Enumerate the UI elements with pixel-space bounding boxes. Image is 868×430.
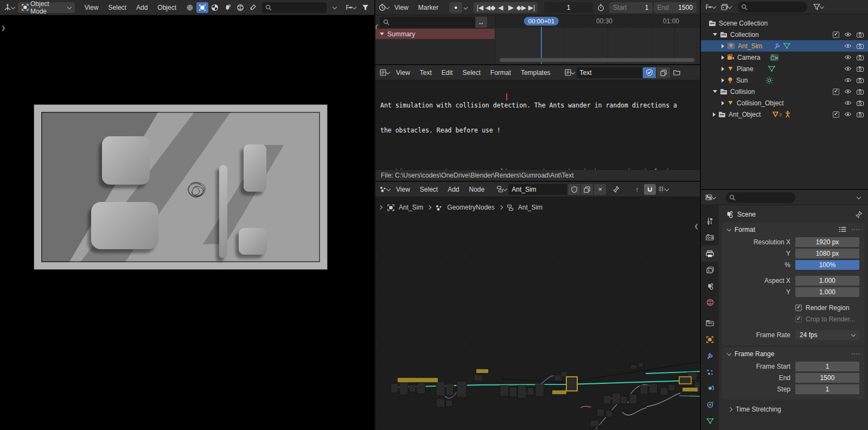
- filter-invert-button[interactable]: ↔: [475, 17, 487, 28]
- region-expand-arrow[interactable]: ❯: [1, 25, 5, 31]
- expander-icon[interactable]: [713, 112, 716, 117]
- breadcrumb-object[interactable]: Ant_Sim: [399, 204, 423, 211]
- crop-to-render-checkbox[interactable]: [795, 316, 802, 322]
- fake-user-shield-button[interactable]: [643, 67, 656, 78]
- outliner-row-sun[interactable]: Sun: [701, 74, 868, 86]
- eye-icon[interactable]: [844, 100, 852, 105]
- tab-view-layer[interactable]: [701, 262, 719, 278]
- panel-grip-icon[interactable]: [852, 353, 859, 355]
- timeline-hscrollbar[interactable]: [500, 58, 694, 62]
- collection-checkbox[interactable]: [833, 111, 839, 118]
- node-graph[interactable]: [375, 270, 701, 430]
- menu-view[interactable]: View: [392, 186, 414, 193]
- channel-search-input[interactable]: [380, 17, 475, 28]
- nodetree-unlink-button[interactable]: ×: [594, 184, 606, 195]
- outliner-row-camera[interactable]: Camera: [701, 52, 868, 63]
- outliner-row-ant-sim[interactable]: Ant_Sim: [701, 40, 868, 52]
- tab-constraints[interactable]: [701, 396, 719, 413]
- breadcrumb-modifier[interactable]: GeometryNodes: [447, 204, 494, 211]
- viewport-search-input[interactable]: [262, 2, 327, 13]
- camera-icon[interactable]: [857, 66, 864, 72]
- expander-icon[interactable]: [722, 101, 724, 105]
- shading-material-button[interactable]: [209, 2, 221, 13]
- expander-icon[interactable]: [722, 78, 724, 83]
- mode-selector[interactable]: Object Mode: [18, 2, 74, 13]
- eye-icon[interactable]: [844, 32, 852, 37]
- eye-icon[interactable]: [844, 89, 852, 94]
- tab-physics[interactable]: [701, 380, 719, 396]
- nodetree-browse-button[interactable]: [495, 184, 507, 195]
- outliner-row-plane[interactable]: Plane: [701, 63, 868, 74]
- shading-rendered-button[interactable]: [222, 2, 233, 13]
- frame-end-field[interactable]: End 1500: [654, 2, 697, 13]
- frame-start-field[interactable]: Start 1: [609, 2, 652, 13]
- selected-node[interactable]: [566, 377, 577, 391]
- pin-id-button[interactable]: [856, 211, 863, 218]
- expander-icon[interactable]: [722, 55, 724, 60]
- eye-icon[interactable]: [844, 55, 852, 60]
- camera-icon[interactable]: [857, 55, 864, 60]
- resolution-y-field[interactable]: 1080 px: [795, 249, 859, 258]
- outliner-row-collision-object[interactable]: Collision_Object: [701, 97, 868, 109]
- open-text-folder-button[interactable]: [671, 67, 683, 78]
- view-object-types-button[interactable]: [342, 2, 358, 13]
- outliner-row-scene-collection[interactable]: Scene Collection: [701, 17, 868, 29]
- expander-icon[interactable]: [713, 33, 717, 36]
- next-keyframe-button[interactable]: ◆▶: [516, 2, 526, 13]
- frame-start-field[interactable]: 1: [795, 362, 859, 371]
- tab-output[interactable]: [701, 245, 719, 262]
- tab-world[interactable]: [701, 294, 719, 311]
- text-datablock-browse-button[interactable]: [564, 67, 576, 78]
- pin-button[interactable]: [610, 184, 622, 195]
- outliner-filter-button[interactable]: [809, 2, 827, 12]
- menu-select[interactable]: Select: [458, 69, 485, 77]
- resolution-x-field[interactable]: 1920 px: [795, 237, 859, 247]
- format-panel-header[interactable]: Format: [722, 223, 865, 236]
- properties-search-input[interactable]: [726, 192, 795, 203]
- snap-settings-button[interactable]: [657, 184, 669, 195]
- parent-tree-button[interactable]: ↑: [631, 184, 643, 195]
- nodetree-name-field[interactable]: Ant_Sim: [508, 184, 567, 195]
- menu-view[interactable]: View: [80, 4, 103, 11]
- camera-icon[interactable]: [857, 89, 864, 94]
- proportional-editing-icon[interactable]: [184, 2, 195, 13]
- render-region-checkbox[interactable]: [795, 305, 802, 311]
- prev-keyframe-button[interactable]: ◀◆: [485, 2, 495, 13]
- eye-icon[interactable]: [844, 78, 852, 83]
- region-collapse-arrow[interactable]: ❮: [694, 223, 699, 229]
- menu-node[interactable]: Node: [465, 186, 489, 193]
- tab-scene[interactable]: [701, 278, 719, 294]
- tab-object[interactable]: [701, 331, 719, 347]
- jump-to-start-button[interactable]: |◀: [475, 2, 485, 13]
- menu-edit[interactable]: Edit: [437, 69, 457, 77]
- resolution-percentage-slider[interactable]: 100%: [795, 260, 859, 270]
- camera-icon[interactable]: [857, 100, 864, 106]
- editor-type-outliner-button[interactable]: [704, 2, 716, 12]
- menu-marker[interactable]: Marker: [414, 4, 443, 11]
- eye-icon[interactable]: [844, 112, 852, 117]
- frame-end-field[interactable]: 1500: [795, 373, 859, 383]
- collection-checkbox[interactable]: [833, 31, 839, 38]
- editor-type-properties-button[interactable]: [704, 192, 716, 203]
- editor-type-node-button[interactable]: [379, 184, 391, 195]
- camera-icon[interactable]: [857, 112, 864, 117]
- presets-list-icon[interactable]: [839, 226, 846, 232]
- menu-select[interactable]: Select: [104, 4, 131, 11]
- tab-particles[interactable]: [701, 364, 719, 380]
- menu-format[interactable]: Format: [486, 69, 515, 77]
- expander-icon[interactable]: [722, 67, 724, 71]
- use-preview-range-button[interactable]: [596, 2, 606, 13]
- camera-icon[interactable]: [857, 32, 864, 37]
- timeline-grid[interactable]: 00:30 01:00 00:00+01: [495, 15, 700, 64]
- collection-checkbox[interactable]: [833, 88, 839, 95]
- outliner-row-ant-object[interactable]: Ant_Object 2: [701, 109, 868, 120]
- filter-icon[interactable]: [360, 2, 371, 13]
- menu-view[interactable]: View: [392, 69, 414, 77]
- text-name-field[interactable]: Text: [577, 67, 642, 78]
- eye-icon[interactable]: [844, 43, 852, 48]
- menu-add[interactable]: Add: [443, 186, 463, 193]
- header-collapse-button[interactable]: [328, 2, 341, 13]
- editor-type-3d-viewport-button[interactable]: [3, 2, 15, 13]
- camera-icon[interactable]: [857, 78, 864, 83]
- time-stretching-panel-header[interactable]: Time Stretching: [719, 401, 868, 413]
